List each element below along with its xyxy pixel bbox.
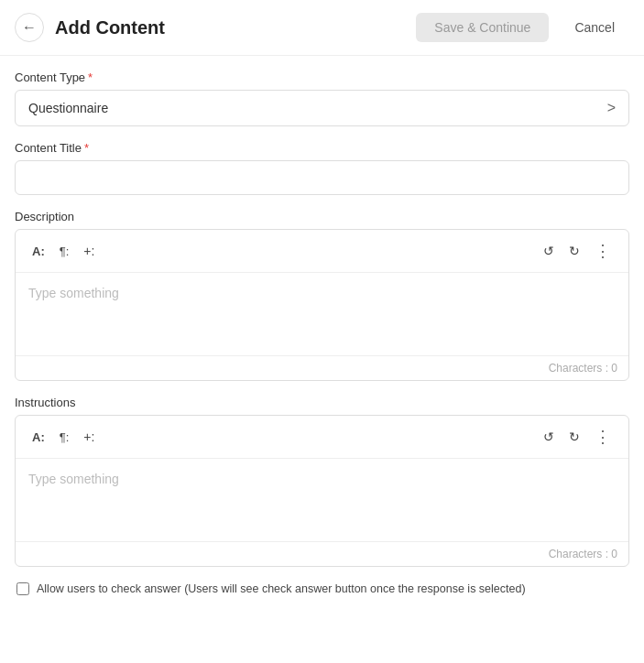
form-body: Content Type * Questionnaire > Content T… xyxy=(0,56,644,613)
cancel-button[interactable]: Cancel xyxy=(560,13,629,42)
allow-check-answer-row: Allow users to check answer (Users will … xyxy=(15,581,629,598)
description-editor: A: ¶: +: ⋮ xyxy=(15,229,629,381)
instructions-label: Instructions xyxy=(15,396,629,409)
paragraph-button[interactable]: ¶: xyxy=(54,241,75,262)
add-block-icon: +: xyxy=(83,244,94,258)
instructions-redo-icon xyxy=(569,429,580,444)
instructions-editor: A: ¶: +: ⋮ xyxy=(15,415,629,567)
instructions-text-style-button[interactable]: A: xyxy=(27,427,50,448)
header-right: Save & Continue Cancel xyxy=(416,13,629,42)
description-placeholder: Type something xyxy=(28,286,119,300)
paragraph-icon: ¶: xyxy=(60,245,70,258)
save-continue-button[interactable]: Save & Continue xyxy=(416,13,549,42)
instructions-placeholder: Type something xyxy=(28,472,119,486)
content-type-label: Content Type * xyxy=(15,71,629,84)
content-title-group: Content Title * xyxy=(15,141,629,195)
redo-icon xyxy=(569,244,580,258)
add-block-button[interactable]: +: xyxy=(78,240,100,262)
description-label: Description xyxy=(15,210,629,223)
required-indicator-title: * xyxy=(84,141,89,155)
instructions-toolbar-right: ⋮ xyxy=(538,423,617,451)
text-style-button[interactable]: A: xyxy=(27,241,50,262)
instructions-more-options-button[interactable]: ⋮ xyxy=(589,423,617,451)
page-header: ← Add Content Save & Continue Cancel xyxy=(0,0,644,56)
back-button[interactable]: ← xyxy=(15,13,44,42)
instructions-char-count: Characters : 0 xyxy=(16,541,628,566)
chevron-right-icon: > xyxy=(607,100,616,116)
instructions-text-style-icon: A: xyxy=(32,430,45,444)
instructions-undo-icon xyxy=(543,429,554,444)
instructions-add-block-button[interactable]: +: xyxy=(78,426,100,448)
text-style-icon: A: xyxy=(32,245,45,258)
instructions-undo-button[interactable] xyxy=(538,426,560,448)
instructions-paragraph-icon: ¶: xyxy=(60,430,70,444)
more-options-button[interactable]: ⋮ xyxy=(589,237,617,265)
instructions-content-area[interactable]: Type something xyxy=(16,459,628,541)
instructions-more-options-icon: ⋮ xyxy=(595,427,612,447)
description-content-area[interactable]: Type something xyxy=(16,273,628,355)
required-indicator: * xyxy=(88,71,93,84)
description-char-count: Characters : 0 xyxy=(16,355,628,380)
undo-button[interactable] xyxy=(538,240,560,262)
header-left: ← Add Content xyxy=(15,13,165,42)
instructions-redo-button[interactable] xyxy=(563,426,585,448)
content-title-input[interactable] xyxy=(15,160,629,195)
instructions-toolbar: A: ¶: +: ⋮ xyxy=(16,416,628,459)
allow-check-answer-label: Allow users to check answer (Users will … xyxy=(37,581,526,598)
description-group: Description A: ¶: +: xyxy=(15,210,629,381)
toolbar-right-controls: ⋮ xyxy=(538,237,617,265)
instructions-group: Instructions A: ¶: +: xyxy=(15,396,629,567)
more-options-icon: ⋮ xyxy=(595,241,612,261)
redo-button[interactable] xyxy=(563,240,585,262)
instructions-add-block-icon: +: xyxy=(83,429,94,444)
description-toolbar: A: ¶: +: ⋮ xyxy=(16,230,628,273)
content-title-label: Content Title * xyxy=(15,141,629,155)
allow-check-answer-checkbox[interactable] xyxy=(16,582,29,595)
content-type-group: Content Type * Questionnaire > xyxy=(15,71,629,126)
page-title: Add Content xyxy=(55,17,165,38)
instructions-paragraph-button[interactable]: ¶: xyxy=(54,427,75,448)
content-type-value: Questionnaire xyxy=(28,101,108,115)
undo-icon xyxy=(543,244,554,258)
content-type-select[interactable]: Questionnaire > xyxy=(15,90,629,126)
